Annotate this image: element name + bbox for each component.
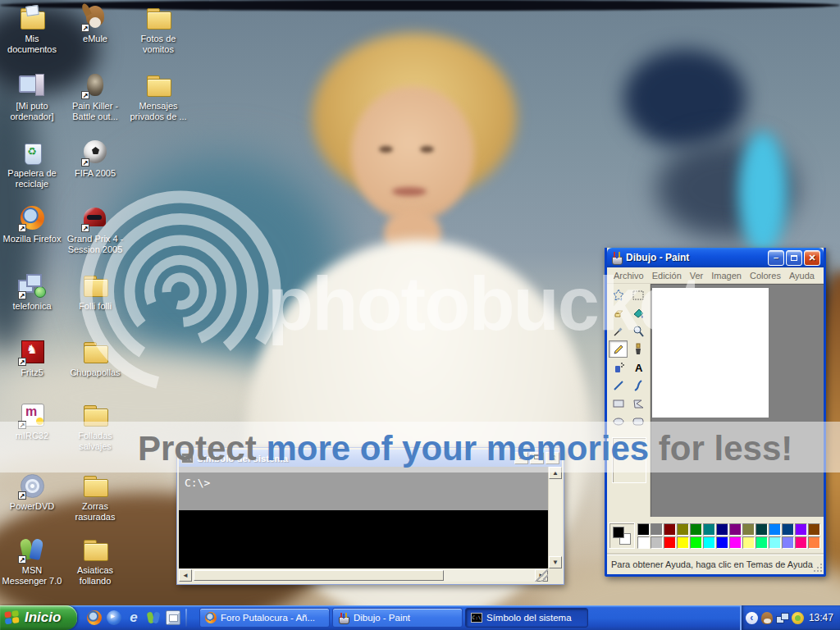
task-button-foro[interactable]: Foro Putalocura - Añ... [199, 608, 330, 628]
paint-title-bar[interactable]: Dibujo - Paint – ✕ [607, 248, 824, 267]
start-button[interactable]: Inicio [0, 605, 77, 630]
palette-swatch[interactable] [703, 523, 715, 536]
close-button[interactable]: ✕ [804, 250, 820, 266]
palette-swatch[interactable] [795, 536, 807, 549]
resize-grip[interactable] [812, 562, 823, 573]
show-desktop-icon[interactable] [166, 610, 180, 625]
tool-text[interactable]: A [628, 358, 647, 376]
desktop-icon-emule[interactable]: eMule [63, 5, 127, 44]
scrollbar-thumb[interactable] [194, 570, 444, 581]
tool-free-form-select[interactable] [609, 286, 628, 304]
palette-swatch[interactable] [637, 523, 650, 536]
menu-edicion[interactable]: Edición [648, 271, 686, 281]
network-tray-icon[interactable] [776, 612, 788, 624]
palette-swatch[interactable] [756, 536, 768, 549]
tool-rounded-rectangle[interactable] [628, 413, 647, 430]
internet-explorer-quicklaunch-icon[interactable]: e [126, 610, 141, 625]
palette-swatch[interactable] [716, 523, 728, 536]
desktop-icon-msn-messenger[interactable]: MSN Messenger 7.0 [0, 536, 64, 587]
task-button-paint[interactable]: Dibujo - Paint [332, 608, 463, 628]
tool-rectangle[interactable] [609, 395, 628, 412]
media-player-quicklaunch-icon[interactable] [107, 610, 121, 625]
palette-swatch[interactable] [716, 536, 728, 549]
palette-swatch[interactable] [808, 536, 820, 549]
palette-swatch[interactable] [637, 536, 650, 549]
desktop-icon-firefox[interactable]: Mozilla Firefox [0, 205, 64, 244]
desktop-icon-chupapollas[interactable]: Chupapollas [63, 339, 127, 378]
vertical-scrollbar[interactable]: ▲ ▼ [548, 467, 562, 568]
tool-curve[interactable] [628, 377, 647, 394]
desktop-icon-folli-folli[interactable]: Folli folli [63, 272, 127, 312]
palette-swatch[interactable] [742, 536, 755, 549]
tool-magnifier[interactable] [628, 322, 647, 340]
desktop-icon-grandprix4[interactable]: Grand Prix 4 - Session 2005 [63, 205, 127, 255]
emule-tray-icon[interactable] [761, 612, 774, 624]
desktop-icon-folladas-salvajes[interactable]: Folladas salvajes [63, 402, 127, 452]
desktop-icon-mis-documentos[interactable]: Mis documentos [0, 5, 64, 55]
tool-eraser[interactable] [609, 304, 628, 322]
tool-pencil[interactable] [609, 340, 628, 358]
menu-ver[interactable]: Ver [686, 271, 708, 281]
tool-brush[interactable] [628, 340, 647, 358]
desktop-icon-papelera[interactable]: Papelera de reciclaje [0, 139, 64, 189]
desktop-icon-powerdvd[interactable]: PowerDVD [0, 472, 64, 512]
palette-swatch[interactable] [782, 536, 794, 549]
task-button-console[interactable]: C:\ Símbolo del sistema [465, 608, 588, 628]
tool-ellipse[interactable] [609, 413, 628, 430]
hide-icons-chevron-icon[interactable]: ‹ [746, 612, 758, 624]
menu-archivo[interactable]: Archivo [609, 271, 648, 281]
palette-swatch[interactable] [690, 523, 702, 536]
tool-pick-color[interactable] [609, 322, 628, 340]
palette-swatch[interactable] [651, 536, 663, 549]
tool-airbrush[interactable] [609, 358, 628, 376]
console-screen[interactable]: C:\> ▲ ▼ [179, 467, 562, 568]
menu-imagen[interactable]: Imagen [707, 271, 746, 281]
palette-swatch[interactable] [729, 523, 742, 536]
desktop-icon-mi-ordenador[interactable]: [Mi puto ordenador] [0, 72, 64, 122]
minimize-button[interactable]: – [514, 452, 528, 464]
firefox-quicklaunch-icon[interactable] [87, 610, 102, 625]
resize-grip[interactable] [536, 569, 548, 582]
scroll-up-icon[interactable]: ▲ [549, 467, 562, 479]
maximize-button[interactable] [786, 250, 802, 266]
menu-ayuda[interactable]: Ayuda [785, 271, 819, 281]
palette-swatch[interactable] [677, 536, 689, 549]
desktop-icon-fotos-de-vomitos[interactable]: Fotos de vomitos [126, 5, 190, 55]
palette-swatch[interactable] [808, 523, 820, 536]
palette-swatch[interactable] [729, 536, 742, 549]
desktop-icon-asiaticas-follando[interactable]: Asiaticas follando [63, 536, 127, 587]
menu-colores[interactable]: Colores [746, 271, 785, 281]
palette-swatch[interactable] [703, 536, 715, 549]
tool-line[interactable] [609, 377, 628, 394]
palette-swatch[interactable] [769, 536, 781, 549]
palette-swatch[interactable] [756, 523, 768, 536]
desktop-icon-mensajes-privados[interactable]: Mensajes privados de ... [126, 72, 190, 122]
palette-swatch[interactable] [782, 523, 794, 536]
palette-swatch[interactable] [795, 523, 807, 536]
messenger-quicklaunch-icon[interactable] [146, 610, 161, 625]
palette-swatch[interactable] [742, 523, 755, 536]
palette-swatch[interactable] [769, 523, 781, 536]
desktop-icon-zorras-rasuradas[interactable]: Zorras rasuradas [63, 472, 127, 523]
scroll-left-icon[interactable]: ◄ [179, 569, 192, 582]
palette-swatch[interactable] [677, 523, 689, 536]
maximize-button[interactable] [530, 452, 544, 464]
messenger-tray-icon[interactable] [792, 612, 804, 624]
paint-canvas[interactable] [652, 288, 769, 418]
desktop-icon-telefonica[interactable]: telefonica [0, 272, 64, 312]
palette-swatch[interactable] [690, 536, 702, 549]
desktop-icon-fifa2005[interactable]: FIFA 2005 [63, 139, 127, 179]
minimize-button[interactable]: – [768, 250, 784, 266]
desktop-icon-painkiller[interactable]: Pain Killer - Battle out... [63, 72, 127, 122]
tool-polygon[interactable] [628, 395, 647, 412]
close-button[interactable]: ✕ [546, 452, 559, 464]
tool-options-box[interactable] [612, 437, 646, 483]
desktop-icon-mirc32[interactable]: mIRC32 [0, 402, 64, 441]
console-title-bar[interactable]: C:\ Símbolo del sistema – ✕ [179, 450, 562, 467]
tool-fill[interactable] [628, 304, 647, 322]
horizontal-scrollbar[interactable]: ◄ ► [179, 568, 548, 582]
scroll-down-icon[interactable]: ▼ [549, 556, 562, 568]
tool-select[interactable] [628, 286, 647, 304]
palette-swatch[interactable] [664, 536, 676, 549]
palette-swatch[interactable] [651, 523, 663, 536]
